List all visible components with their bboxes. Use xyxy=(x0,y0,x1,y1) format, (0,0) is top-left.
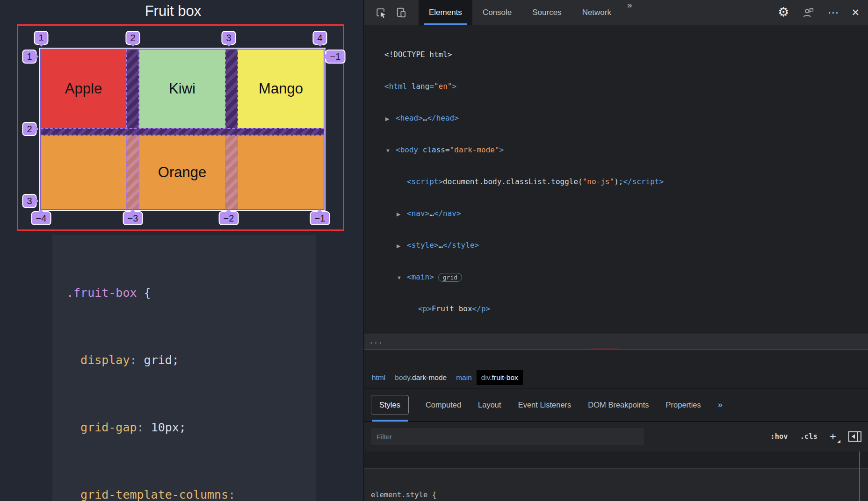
grid-line-badge-row-2: 2 xyxy=(22,122,36,136)
devtools-toolbar: Elements Console Sources Network » ⚙ ⋯ ✕ xyxy=(364,0,868,25)
grid-line-badge-row-neg-1: −1 xyxy=(326,50,346,64)
tab-console[interactable]: Console xyxy=(472,0,522,25)
tab-dom-breakpoints[interactable]: DOM Breakpoints xyxy=(588,401,649,409)
browser-page: Fruit box Apple Kiwi Mango Orange 1 2 3 … xyxy=(0,0,363,501)
grid-gap-hatch-vertical-2 xyxy=(225,50,238,128)
page-code-snippet: .fruit-box { display: grid; grid-gap: 10… xyxy=(52,235,316,501)
grid-track-ghost-2 xyxy=(225,136,238,209)
close-devtools-icon[interactable]: ✕ xyxy=(851,7,860,18)
grid-line-badge-col-neg-4: −4 xyxy=(31,211,51,225)
new-style-rule-button[interactable]: +◢ xyxy=(830,430,836,443)
grid-line-badge-col-neg-2: −2 xyxy=(219,211,239,225)
tab-styles[interactable]: Styles xyxy=(371,395,409,415)
screenshot-root: Fruit box Apple Kiwi Mango Orange 1 2 3 … xyxy=(0,0,868,501)
device-toolbar-icon[interactable] xyxy=(394,6,408,20)
page-title: Fruit box xyxy=(0,3,346,20)
grid-line-badge-row-3: 3 xyxy=(22,194,36,208)
tree-row-body[interactable]: ▼<body class="dark-mode"> xyxy=(364,143,868,157)
grid-line-badge-col-4: 4 xyxy=(312,31,327,45)
devtools-panel: Elements Console Sources Network » ⚙ ⋯ ✕ xyxy=(363,0,868,501)
rule-element-style[interactable]: element.style { } xyxy=(364,468,868,501)
tree-row-script[interactable]: <script>document.body.classList.toggle("… xyxy=(364,175,868,189)
grid-line-badge-col-neg-3: −3 xyxy=(123,211,143,225)
tab-layout[interactable]: Layout xyxy=(478,401,501,409)
styles-sidebar-tabs: Styles Computed Layout Event Listeners D… xyxy=(364,388,868,422)
grid-line-badge-row-1: 1 xyxy=(22,50,36,64)
styles-pane: element.style { } .fruit-box { css-grid-… xyxy=(364,451,868,501)
grid-track-ghost-1 xyxy=(126,136,139,209)
grid-line-badge-col-2: 2 xyxy=(125,31,140,45)
tab-sources[interactable]: Sources xyxy=(522,0,571,25)
grid-cell-orange: Orange xyxy=(41,136,324,209)
tree-row-main[interactable]: ▼<main>grid xyxy=(364,270,868,284)
tab-properties[interactable]: Properties xyxy=(666,401,701,409)
grid-cell-mango: Mango xyxy=(238,50,324,128)
styles-scrollbar[interactable] xyxy=(859,451,860,501)
grid-line-badge-col-1: 1 xyxy=(34,31,48,45)
grid-overlay-frame: Apple Kiwi Mango Orange xyxy=(39,48,326,211)
grid-gap-hatch-row xyxy=(41,128,324,136)
inspect-element-icon[interactable] xyxy=(374,6,388,20)
hidden-elements-marker[interactable]: ... xyxy=(369,334,383,348)
breadcrumb: html body.dark-mode main div.fruit-box xyxy=(364,367,868,388)
elements-tree: <!DOCTYPE html> <html lang="en"> ▶<head>… xyxy=(364,25,868,367)
breadcrumb-main[interactable]: main xyxy=(451,370,477,385)
grid-cell-kiwi: Kiwi xyxy=(139,50,225,128)
breadcrumb-body[interactable]: body.dark-mode xyxy=(390,370,451,385)
tab-event-listeners[interactable]: Event Listeners xyxy=(518,401,571,409)
more-tabs-icon[interactable]: » xyxy=(622,0,638,25)
more-sidebar-tabs-icon[interactable]: » xyxy=(718,400,723,410)
breadcrumb-div-fruit-box[interactable]: div.fruit-box xyxy=(477,370,523,385)
toggle-sidebar-icon[interactable] xyxy=(848,431,861,442)
tree-row-style[interactable]: ▶<style>…</style> xyxy=(364,238,868,252)
toolbar-right-controls: ⚙ ⋯ ✕ xyxy=(778,6,860,20)
grid-overlay-outline: Apple Kiwi Mango Orange xyxy=(17,24,344,231)
grid-line-badge-col-3: 3 xyxy=(221,31,236,45)
tree-row-p[interactable]: <p>Fruit box</p> xyxy=(364,302,868,316)
tree-row-div-fruit-box-selected[interactable]: ...▶<div class="fruit-box">…</div>grid =… xyxy=(364,334,868,350)
grid-line-badge-col-neg-1: −1 xyxy=(310,211,330,225)
tree-row-head[interactable]: ▶<head>…</head> xyxy=(364,111,868,125)
code-line: grid-gap: 10px; xyxy=(66,416,316,439)
styles-filter-input[interactable] xyxy=(371,428,644,445)
tab-computed[interactable]: Computed xyxy=(426,401,461,409)
tree-row-nav[interactable]: ▶<nav>…</nav> xyxy=(364,207,868,221)
code-line: grid-template-columns: xyxy=(66,484,316,501)
devtools-tab-bar: Elements Console Sources Network » xyxy=(419,0,638,25)
settings-gear-icon[interactable]: ⚙ xyxy=(778,6,789,19)
grid-gap-hatch-vertical-1 xyxy=(126,50,139,128)
more-options-icon[interactable]: ⋯ xyxy=(827,6,839,19)
tab-elements[interactable]: Elements xyxy=(419,0,472,25)
breadcrumb-html[interactable]: html xyxy=(367,370,390,385)
code-line: .fruit-box { xyxy=(66,282,316,304)
code-line: display: grid; xyxy=(66,349,316,372)
styles-filter-bar: :hov .cls +◢ xyxy=(364,422,868,451)
fruit-grid: Apple Kiwi Mango Orange xyxy=(40,49,325,210)
tree-row-html[interactable]: <html lang="en"> xyxy=(364,79,868,93)
tree-row-doctype[interactable]: <!DOCTYPE html> xyxy=(364,48,868,62)
user-feedback-icon[interactable] xyxy=(801,6,815,20)
toggle-element-classes-button[interactable]: .cls xyxy=(800,432,817,441)
toggle-hover-state-button[interactable]: :hov xyxy=(770,432,788,441)
tab-network[interactable]: Network xyxy=(572,0,622,25)
grid-cell-apple: Apple xyxy=(41,50,126,128)
